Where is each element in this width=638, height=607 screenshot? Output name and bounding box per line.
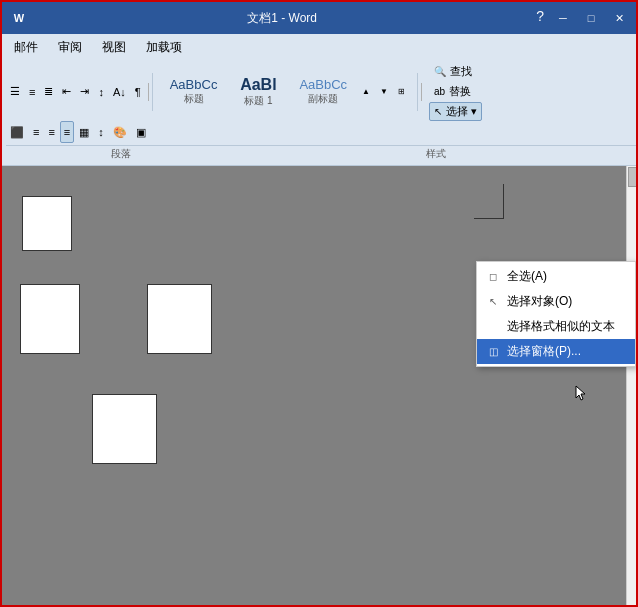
dropdown-menu: ◻ 全选(A) ↖ 选择对象(O) 选择格式相似的文本 ◫ 选择窗格(P)... xyxy=(476,261,636,367)
styles-expand[interactable]: ⊞ xyxy=(394,81,409,103)
ribbon: ☰ ≡ ≣ ⇤ ⇥ ↕ A↓ ¶ AaBbCc 标题 AaBl 标题 1 xyxy=(2,60,638,166)
shapes-container xyxy=(2,166,638,607)
dropdown-select-similar[interactable]: 选择格式相似的文本 xyxy=(477,314,635,339)
select-button[interactable]: ↖ 选择 ▾ xyxy=(429,102,482,121)
styles-scroll-down[interactable]: ▼ xyxy=(376,81,392,103)
scrollbar-vertical[interactable] xyxy=(626,166,638,607)
align-left-btn[interactable]: ⬛ xyxy=(6,121,28,143)
select-object-label: 选择对象(O) xyxy=(507,293,572,310)
scroll-thumb[interactable] xyxy=(628,167,638,187)
sep2 xyxy=(421,83,422,101)
paragraph-group-label: 段落 xyxy=(6,147,236,161)
select-label: 选择 ▾ xyxy=(446,104,477,119)
dropdown-select-pane[interactable]: ◫ 选择窗格(P)... xyxy=(477,339,635,364)
para-group-row1: ☰ ≡ ≣ ⇤ ⇥ ↕ A↓ ¶ AaBbCc 标题 AaBl 标题 1 xyxy=(6,62,636,121)
doc-area[interactable]: ◻ 全选(A) ↖ 选择对象(O) 选择格式相似的文本 ◫ 选择窗格(P)... xyxy=(2,166,638,607)
select-similar-label: 选择格式相似的文本 xyxy=(507,318,615,335)
align-center-btn[interactable]: ≡ xyxy=(29,121,43,143)
style-heading-label: 标题 xyxy=(184,92,204,106)
align-right-btn[interactable]: ≡ xyxy=(44,121,58,143)
close-button[interactable]: ✕ xyxy=(606,8,632,28)
menu-item-view[interactable]: 视图 xyxy=(94,37,134,58)
minimize-button[interactable]: ─ xyxy=(550,8,576,28)
select-icon: ↖ xyxy=(434,106,442,117)
group-labels-row: 段落 样式 xyxy=(6,145,636,161)
ribbon-row2: ⬛ ≡ ≡ ≡ ▦ ↕ 🎨 ▣ xyxy=(6,121,636,143)
indent-decrease-btn[interactable]: ⇤ xyxy=(58,81,75,103)
sort-btn[interactable]: ↕ xyxy=(94,81,108,103)
styles-scroll-up[interactable]: ▲ xyxy=(358,81,374,103)
style-heading1-label: 标题 1 xyxy=(244,94,272,108)
title-bar-text: 文档1 - Word xyxy=(28,10,536,27)
title-bar: W 文档1 - Word ? ─ □ ✕ xyxy=(2,2,638,34)
style-heading1[interactable]: AaBl 标题 1 xyxy=(228,73,288,111)
find-button[interactable]: 🔍 查找 xyxy=(429,62,482,81)
select-all-icon: ◻ xyxy=(485,269,501,285)
list-number-btn[interactable]: ≡ xyxy=(25,81,39,103)
style-heading[interactable]: AaBbCc 标题 xyxy=(161,74,227,109)
help-label: ? xyxy=(536,8,544,28)
menu-item-review[interactable]: 审阅 xyxy=(50,37,90,58)
editing-group: 🔍 查找 ab 替换 ↖ 选择 ▾ xyxy=(425,62,486,121)
col-btn[interactable]: ▦ xyxy=(75,121,93,143)
border-btn[interactable]: ▣ xyxy=(132,121,150,143)
ribbon-row1: ☰ ≡ ≣ ⇤ ⇥ ↕ A↓ ¶ AaBbCc 标题 AaBl 标题 1 xyxy=(6,62,636,121)
menu-bar: 邮件 审阅 视图 加载项 xyxy=(2,34,638,60)
line-spacing-btn[interactable]: ↕ xyxy=(94,121,108,143)
select-pane-label: 选择窗格(P)... xyxy=(507,343,581,360)
pilcrow-btn[interactable]: A↓ xyxy=(109,81,130,103)
replace-button[interactable]: ab 替换 xyxy=(429,82,482,101)
shape-5-corner xyxy=(474,184,504,219)
style-subtitle-text: AaBbCc xyxy=(299,77,347,92)
shape-2 xyxy=(20,284,80,354)
find-icon: 🔍 xyxy=(434,66,446,77)
select-similar-icon xyxy=(485,319,501,335)
maximize-button[interactable]: □ xyxy=(578,8,604,28)
justify-btn[interactable]: ≡ xyxy=(60,121,74,143)
style-heading-text: AaBbCc xyxy=(170,77,218,92)
list-multi-btn[interactable]: ≣ xyxy=(40,81,57,103)
sep1 xyxy=(148,83,149,101)
list-bullet-btn[interactable]: ☰ xyxy=(6,81,24,103)
style-subtitle-label: 副标题 xyxy=(308,92,338,106)
style-subtitle[interactable]: AaBbCc 副标题 xyxy=(290,74,356,109)
replace-label: 替换 xyxy=(449,84,471,99)
show-para-btn[interactable]: ¶ xyxy=(131,81,145,103)
style-heading1-text: AaBl xyxy=(240,76,276,94)
shape-4 xyxy=(92,394,157,464)
menu-item-mail[interactable]: 邮件 xyxy=(6,37,46,58)
shading-btn[interactable]: 🎨 xyxy=(109,121,131,143)
shape-3 xyxy=(147,284,212,354)
dropdown-select-all[interactable]: ◻ 全选(A) xyxy=(477,264,635,289)
app-container: W 文档1 - Word ? ─ □ ✕ 邮件 审阅 视图 加载项 ☰ ≡ ≣ … xyxy=(2,2,638,607)
indent-increase-btn[interactable]: ⇥ xyxy=(76,81,93,103)
title-icon-area: W xyxy=(10,9,28,27)
shape-1 xyxy=(22,196,72,251)
title-bar-controls: ? ─ □ ✕ xyxy=(536,8,632,28)
styles-group-label: 样式 xyxy=(236,147,636,161)
word-icon: W xyxy=(10,9,28,27)
select-all-label: 全选(A) xyxy=(507,268,547,285)
find-label: 查找 xyxy=(450,64,472,79)
select-object-icon: ↖ xyxy=(485,294,501,310)
select-pane-icon: ◫ xyxy=(485,344,501,360)
menu-item-addins[interactable]: 加载项 xyxy=(138,37,190,58)
styles-section: AaBbCc 标题 AaBl 标题 1 AaBbCc 副标题 ▲ ▼ ⊞ xyxy=(152,73,418,111)
replace-icon: ab xyxy=(434,86,445,97)
dropdown-select-object[interactable]: ↖ 选择对象(O) xyxy=(477,289,635,314)
